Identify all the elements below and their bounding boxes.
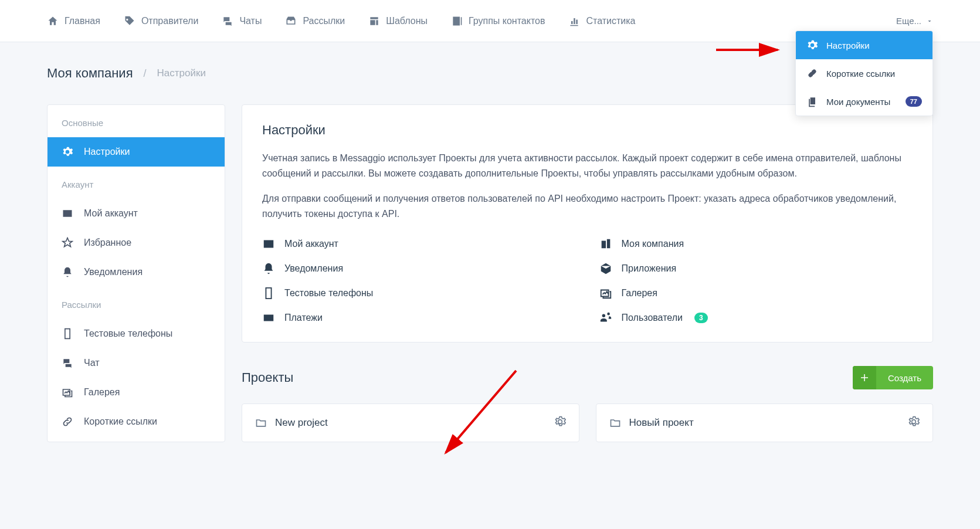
sidebar-item-test-phones[interactable]: Тестовые телефоны [48,319,225,348]
sidebar-item-gallery[interactable]: Галерея [48,378,225,407]
sidebar: Основные Настройки Аккаунт Мой аккаунт И… [47,104,225,442]
sidebar-item-favorites[interactable]: Избранное [48,228,225,257]
chat-icon [62,357,73,369]
gallery-icon [62,386,73,398]
projects-title: Проекты [242,370,293,385]
nav-senders[interactable]: Отправители [124,15,198,27]
box-icon [599,262,612,275]
sidebar-item-label: Галерея [84,387,120,398]
projects-header: Проекты Создать [242,366,933,389]
nav-label: Группы контактов [469,16,545,26]
nav-home[interactable]: Главная [47,15,100,27]
home-icon [47,15,59,27]
nav-more[interactable]: Еще... [896,16,933,26]
settings-link-label: Тестовые телефоны [284,288,373,299]
sidebar-section-title: Аккаунт [48,167,225,199]
panel-paragraph: Для отправки сообщений и получения ответ… [262,191,913,221]
project-card[interactable]: Новый проект [596,403,934,442]
settings-link-label: Мой аккаунт [284,239,338,249]
bell-icon [262,262,275,275]
create-button-label: Создать [876,373,933,383]
settings-link-notifications[interactable]: Уведомления [262,262,576,275]
panel-paragraph: Учетная запись в Messaggio использует Пр… [262,151,913,181]
nav-label: Шаблоны [386,16,428,26]
dropdown-label: Настройки [826,40,870,50]
gear-icon [908,416,920,428]
sidebar-item-short-links[interactable]: Короткие ссылки [48,407,225,436]
breadcrumb-root[interactable]: Моя компания [47,66,133,81]
nav-broadcasts[interactable]: Рассылки [285,15,345,27]
bell-icon [62,266,73,278]
settings-link-users[interactable]: Пользователи 3 [599,311,913,324]
settings-link-label: Пользователи [622,313,683,323]
breadcrumb-current: Настройки [157,67,206,79]
nav-label: Главная [65,16,100,26]
nav-label: Чаты [239,16,262,26]
project-card[interactable]: New project [242,403,579,442]
more-dropdown: Настройки Короткие ссылки Мои документы … [795,30,933,116]
sidebar-item-label: Избранное [84,238,131,248]
sidebar-section-title: Рассылки [48,287,225,319]
dropdown-label: Мои документы [826,97,890,107]
phone-icon [262,287,275,300]
tag-icon [124,15,135,27]
settings-panel: Настройки Учетная запись в Messaggio исп… [242,104,933,343]
badge: 3 [694,313,708,323]
settings-link-my-account[interactable]: Мой аккаунт [262,238,576,250]
project-name: Новый проект [629,417,694,429]
project-settings-button[interactable] [554,416,566,430]
project-name: New project [275,417,328,429]
breadcrumb-separator: / [144,67,147,80]
settings-link-label: Галерея [622,288,657,299]
id-card-icon [62,208,73,219]
sidebar-item-label: Мой аккаунт [84,208,138,219]
nav-label: Рассылки [303,16,345,26]
link-icon [806,67,818,79]
gear-icon [62,146,73,158]
sidebar-item-label: Чат [84,358,100,368]
nav-label: Статистика [586,16,635,26]
dropdown-label: Короткие ссылки [826,69,895,79]
sidebar-item-my-account[interactable]: Мой аккаунт [48,199,225,228]
create-project-button[interactable]: Создать [853,366,933,389]
panel-title: Настройки [262,123,913,138]
dropdown-settings[interactable]: Настройки [796,31,932,59]
folder-icon [609,417,621,429]
documents-icon [806,96,818,107]
settings-link-label: Уведомления [284,263,343,274]
project-settings-button[interactable] [908,416,920,430]
phone-icon [62,328,73,340]
star-icon [62,237,73,249]
wallet-icon [262,311,275,324]
contacts-icon [451,15,463,27]
nav-statistics[interactable]: Статистика [568,15,635,27]
settings-link-test-phones[interactable]: Тестовые телефоны [262,287,576,300]
sidebar-item-label: Короткие ссылки [84,416,157,427]
gear-icon [806,39,818,51]
dropdown-my-documents[interactable]: Мои документы 77 [796,87,932,116]
settings-link-label: Моя компания [622,239,684,249]
sidebar-item-chat[interactable]: Чат [48,348,225,378]
settings-link-label: Платежи [284,313,323,323]
nav-chats[interactable]: Чаты [222,15,262,27]
link-icon [62,416,73,428]
sidebar-item-notifications[interactable]: Уведомления [48,257,225,287]
chat-icon [222,15,233,27]
nav-more-label: Еще... [896,16,921,26]
inbox-icon [285,15,297,27]
nav-templates[interactable]: Шаблоны [368,15,428,27]
settings-link-gallery[interactable]: Галерея [599,287,913,300]
template-icon [368,15,380,27]
page: Настройки Короткие ссылки Мои документы … [0,42,980,466]
settings-link-apps[interactable]: Приложения [599,262,913,275]
sidebar-item-settings[interactable]: Настройки [48,137,225,167]
users-icon [599,311,612,324]
settings-link-payments[interactable]: Платежи [262,311,576,324]
sidebar-item-label: Настройки [84,147,130,157]
building-icon [599,238,612,250]
settings-link-my-company[interactable]: Моя компания [599,238,913,250]
dropdown-short-links[interactable]: Короткие ссылки [796,59,932,87]
gallery-icon [599,287,612,300]
nav-label: Отправители [141,16,198,26]
nav-contact-groups[interactable]: Группы контактов [451,15,545,27]
